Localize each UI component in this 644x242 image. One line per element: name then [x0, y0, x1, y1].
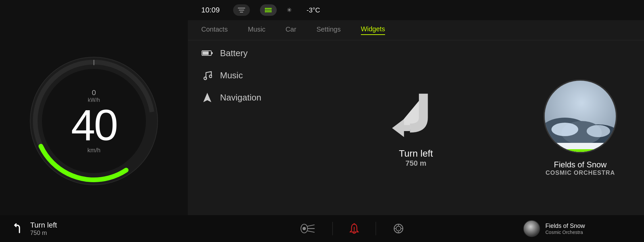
- left-panel: 0 kW/h 40 km/h Turn left 750 m: [0, 0, 188, 242]
- svg-point-32: [303, 227, 306, 230]
- turn-distance: 750 m: [30, 230, 57, 237]
- svg-point-25: [551, 123, 578, 136]
- svg-point-17: [204, 77, 207, 80]
- status-bar: !: [188, 215, 517, 242]
- speedometer: 0 kW/h 40 km/h: [23, 50, 164, 192]
- main-area: 10:09 ✳ -3°C Contacts Music Car: [188, 0, 644, 242]
- svg-line-31: [308, 231, 314, 232]
- music-info: Fields of Snow Cosmic Orchestra: [545, 223, 637, 235]
- kwh-value: 0: [71, 88, 117, 97]
- nav-tabs: Contacts Music Car Settings Widgets: [188, 20, 644, 40]
- music-label: Music: [220, 70, 243, 81]
- song-title: Fields of Snow: [554, 160, 606, 169]
- svg-marker-19: [203, 93, 211, 102]
- top-bar: 10:09 ✳ -3°C: [188, 0, 644, 20]
- music-widget: Fields of Snow COSMIC ORCHESTRA: [517, 40, 644, 215]
- bottom-bar: ! Fiel: [188, 215, 644, 242]
- nav-distance: 750 m: [406, 159, 426, 168]
- battery-label: Battery: [220, 48, 248, 58]
- nav-direction: Turn left: [399, 148, 433, 159]
- navigation-widget: Turn left 750 m: [315, 40, 517, 215]
- tab-settings[interactable]: Settings: [316, 26, 340, 35]
- svg-point-39: [524, 221, 540, 237]
- music-artist-small: Cosmic Orchestra: [545, 230, 637, 235]
- svg-point-11: [265, 8, 266, 9]
- svg-point-35: [354, 230, 355, 231]
- time-display: 10:09: [201, 6, 220, 14]
- widget-battery[interactable]: Battery: [201, 47, 302, 59]
- turn-info: Turn left 750 m: [30, 221, 57, 237]
- tab-music[interactable]: Music: [248, 26, 265, 35]
- song-artist: COSMIC ORCHESTRA: [545, 169, 615, 176]
- turn-left-arrow-large: [389, 88, 443, 142]
- svg-rect-15: [211, 52, 213, 54]
- tab-contacts[interactable]: Contacts: [201, 26, 228, 35]
- bottom-status-bar: Turn left 750 m: [0, 215, 188, 242]
- music-bottom-bar: Fields of Snow Cosmic Orchestra: [517, 215, 644, 242]
- list-icon: [265, 7, 272, 13]
- navigation-icon: [201, 91, 213, 104]
- svg-line-30: [308, 225, 314, 226]
- battery-icon: [201, 47, 213, 59]
- svg-point-12: [265, 10, 266, 11]
- speed-value: 40: [71, 103, 117, 147]
- speed-display: 0 kW/h 40 km/h: [71, 88, 117, 154]
- svg-text:!: !: [398, 228, 399, 230]
- svg-point-26: [587, 125, 610, 137]
- main-content: Battery Music: [188, 40, 644, 215]
- tire-pressure-icon[interactable]: !: [393, 223, 404, 234]
- svg-point-18: [209, 75, 212, 78]
- album-art-image: [545, 81, 616, 152]
- road-icon: [237, 7, 246, 13]
- music-thumbnail: [523, 220, 540, 237]
- tab-car[interactable]: Car: [285, 26, 296, 35]
- widget-navigation[interactable]: Navigation: [201, 91, 302, 104]
- snowflake-icon: ✳: [287, 6, 292, 14]
- list-icon-btn[interactable]: [260, 4, 277, 16]
- separator-2: [376, 222, 376, 235]
- temperature-display: -3°C: [307, 6, 320, 14]
- headlights-icon[interactable]: [300, 224, 316, 234]
- music-note-icon: [201, 69, 213, 81]
- status-icons-group: !: [188, 222, 517, 235]
- music-title-small: Fields of Snow: [545, 223, 637, 230]
- navigation-label: Navigation: [220, 92, 261, 103]
- svg-point-13: [265, 11, 266, 12]
- road-icon-btn[interactable]: [233, 4, 250, 16]
- turn-left-arrow-small: [10, 222, 23, 235]
- separator-1: [332, 222, 333, 235]
- widget-music[interactable]: Music: [201, 69, 302, 81]
- tab-widgets[interactable]: Widgets: [361, 25, 385, 35]
- svg-rect-16: [203, 51, 209, 55]
- turn-direction: Turn left: [30, 221, 57, 230]
- warning-bell-icon[interactable]: [350, 223, 359, 234]
- widget-list: Battery Music: [188, 40, 315, 215]
- album-art: [543, 79, 617, 153]
